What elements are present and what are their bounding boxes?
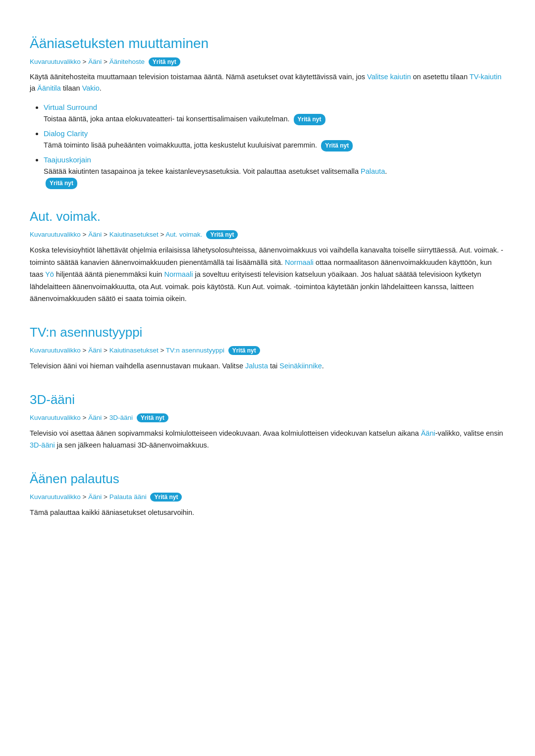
breadcrumb-tv-asennustyyppi: Kuvaruutuvalikko > Ääni > Kaiutinasetuks… [30, 346, 505, 355]
bullet-desc-dialog-clarity: Tämä toiminto lisää puheäänten voimakkuu… [40, 140, 505, 151]
link-valitse-kaiutin[interactable]: Valitse kaiutin [367, 73, 411, 81]
link-yo[interactable]: Yö [45, 270, 54, 278]
breadcrumb-3d-aani: Kuvaruutuvalikko > Ääni > 3D-ääni Yritä … [30, 413, 505, 422]
section-aut-voimak: Aut. voimak. Kuvaruutuvalikko > Ääni > K… [30, 209, 505, 305]
bullet-desc-taajuuskorjain: Säätää kaiutinten tasapainoa ja tekee ka… [40, 166, 505, 189]
breadcrumb-link-aanitehoste[interactable]: Äänitehoste [109, 58, 145, 65]
intro-text-aaniasetukset: Käytä äänitehosteita muuttamaan televisi… [30, 71, 505, 94]
try-now-badge-aanitehoste[interactable]: Yritä nyt [149, 57, 180, 66]
try-now-badge-3d-aani[interactable]: Yritä nyt [137, 413, 168, 422]
breadcrumb-link-kuvaruutuvalikko5[interactable]: Kuvaruutuvalikko [30, 493, 81, 501]
section-title-aanen-palautus: Äänen palautus [30, 471, 505, 487]
section-3d-aani: 3D-ääni Kuvaruutuvalikko > Ääni > 3D-ään… [30, 392, 505, 452]
breadcrumb-link-aani[interactable]: Ääni [88, 58, 102, 65]
link-jalusta[interactable]: Jalusta [245, 362, 268, 370]
breadcrumb-link-aani4[interactable]: Ääni [88, 413, 102, 421]
breadcrumb-link-kaiutinasetukset[interactable]: Kaiutinasetukset [109, 230, 159, 238]
link-3d-aani[interactable]: 3D-ääni [30, 441, 55, 449]
list-item-virtual-surround: Virtual Surround Toistaa ääntä, joka ant… [44, 103, 505, 125]
bullet-title-taajuuskorjain: Taajuuskorjain [44, 155, 91, 164]
link-seinakiinnike[interactable]: Seinäkiinnike [279, 362, 321, 370]
breadcrumb-aut-voimak: Kuvaruutuvalikko > Ääni > Kaiutinasetuks… [30, 230, 505, 239]
breadcrumb-link-palauta-aani[interactable]: Palauta ääni [109, 493, 147, 501]
try-now-badge-tv-asennustyyppi[interactable]: Yritä nyt [228, 346, 260, 355]
try-now-badge-aut-voimak[interactable]: Yritä nyt [206, 230, 238, 239]
bullet-desc-virtual-surround: Toistaa ääntä, joka antaa elokuvateatter… [40, 113, 505, 125]
breadcrumb-link-3d-aani[interactable]: 3D-ääni [109, 413, 133, 421]
section-title-tv-asennustyyppi: TV:n asennustyyppi [30, 325, 505, 340]
link-aanitila[interactable]: Äänitila [37, 84, 61, 92]
body-text-aanen-palautus: Tämä palauttaa kaikki ääniasetukset olet… [30, 506, 505, 519]
section-aanen-palautus: Äänen palautus Kuvaruutuvalikko > Ääni >… [30, 471, 505, 519]
breadcrumb-link-aani5[interactable]: Ääni [88, 493, 102, 501]
try-now-badge-dialog-clarity[interactable]: Yritä nyt [321, 140, 353, 151]
body-text-tv-asennustyyppi: Television ääni voi hieman vaihdella ase… [30, 360, 505, 372]
link-tv-kaiutin[interactable]: TV-kaiutin [470, 73, 501, 81]
body-text-3d-aani: Televisio voi asettaa äänen sopivammaksi… [30, 427, 505, 452]
breadcrumb-link-aani2[interactable]: Ääni [88, 230, 102, 238]
try-now-badge-virtual-surround[interactable]: Yritä nyt [294, 114, 325, 125]
breadcrumb-link-kuvaruutuvalikko3[interactable]: Kuvaruutuvalikko [30, 347, 81, 354]
breadcrumb-link-aani3[interactable]: Ääni [88, 347, 102, 354]
bullet-list-aanitehoste: Virtual Surround Toistaa ääntä, joka ant… [30, 103, 505, 189]
breadcrumb-aaniasetukset: Kuvaruutuvalikko > Ääni > Äänitehoste Yr… [30, 57, 505, 66]
breadcrumb-link-kaiutinasetukset2[interactable]: Kaiutinasetukset [109, 347, 159, 354]
list-item-taajuuskorjain: Taajuuskorjain Säätää kaiutinten tasapai… [44, 155, 505, 189]
try-now-badge-aanen-palautus[interactable]: Yritä nyt [150, 493, 182, 502]
link-palauta[interactable]: Palauta [361, 167, 385, 175]
section-title-aaniasetukset: Ääniasetuksten muuttaminen [30, 36, 505, 51]
section-title-3d-aani: 3D-ääni [30, 392, 505, 407]
section-title-aut-voimak: Aut. voimak. [30, 209, 505, 224]
link-normaali2[interactable]: Normaali [164, 270, 193, 278]
list-item-dialog-clarity: Dialog Clarity Tämä toiminto lisää puheä… [44, 129, 505, 151]
section-tv-asennustyyppi: TV:n asennustyyppi Kuvaruutuvalikko > Ää… [30, 325, 505, 372]
breadcrumb-link-kuvaruutuvalikko2[interactable]: Kuvaruutuvalikko [30, 230, 81, 238]
breadcrumb-link-kuvaruutuvalikko[interactable]: Kuvaruutuvalikko [30, 58, 81, 65]
section-aaniasetukset: Ääniasetuksten muuttaminen Kuvaruutuvali… [30, 36, 505, 189]
bullet-title-virtual-surround: Virtual Surround [44, 103, 97, 111]
link-normaali[interactable]: Normaali [285, 258, 314, 266]
bullet-title-dialog-clarity: Dialog Clarity [44, 129, 88, 138]
breadcrumb-link-tv-asennustyyppi[interactable]: TV:n asennustyyppi [166, 347, 224, 354]
link-vakio[interactable]: Vakio [82, 84, 100, 92]
try-now-badge-taajuuskorjain[interactable]: Yritä nyt [46, 178, 77, 189]
breadcrumb-link-aut-voimak[interactable]: Aut. voimak. [165, 230, 202, 238]
breadcrumb-link-kuvaruutuvalikko4[interactable]: Kuvaruutuvalikko [30, 413, 81, 421]
breadcrumb-aanen-palautus: Kuvaruutuvalikko > Ääni > Palauta ääni Y… [30, 493, 505, 502]
link-aani-valikko[interactable]: Ääni [421, 429, 435, 437]
body-text-aut-voimak: Koska televisioyhtiöt lähettävät ohjelmi… [30, 244, 505, 305]
